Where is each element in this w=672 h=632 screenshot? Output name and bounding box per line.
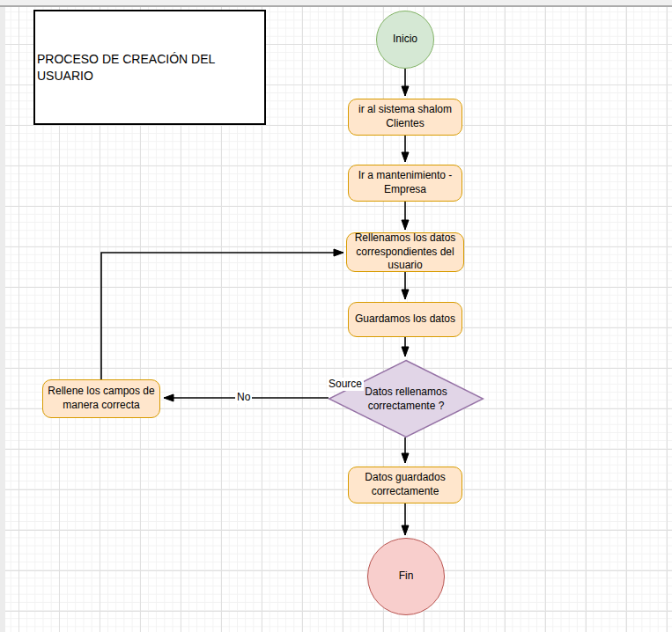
node-inicio[interactable]: Inicio — [376, 11, 434, 69]
node-fin-label: Fin — [399, 570, 414, 584]
edge-label-no[interactable]: No — [235, 391, 252, 404]
node-sistema-label: ir al sistema shalom Clientes — [351, 103, 460, 130]
edge-label-source[interactable]: Source — [327, 378, 364, 391]
diagram-canvas: PROCESO DE CREACIÓN DEL USUARIO Inicio i… — [0, 0, 672, 632]
node-rellenamos-label: Rellenamos los datos correspondientes de… — [349, 231, 462, 273]
edge-rellene-to-rellenamos[interactable] — [101, 253, 343, 379]
node-rellene-label: Rellene los campos de manera correcta — [45, 385, 158, 412]
node-rellene-campos[interactable]: Rellene los campos de manera correcta — [42, 379, 160, 418]
node-decision[interactable]: Datos rellenamos correctamente ? — [328, 359, 484, 438]
node-inicio-label: Inicio — [393, 33, 417, 47]
node-guardado-label: Datos guardados correctamente — [351, 471, 460, 498]
title-box[interactable]: PROCESO DE CREACIÓN DEL USUARIO — [33, 10, 266, 125]
node-sistema-shalom[interactable]: ir al sistema shalom Clientes — [348, 99, 462, 136]
node-datos-guardados[interactable]: Datos guardados correctamente — [348, 467, 462, 503]
node-guardamos-label: Guardamos los datos — [355, 312, 455, 327]
title-text: PROCESO DE CREACIÓN DEL USUARIO — [37, 51, 264, 83]
node-mantenimiento[interactable]: Ir a mantenimiento - Empresa — [348, 165, 462, 202]
canvas-left-edge — [0, 0, 5, 632]
canvas-top-edge — [0, 0, 672, 7]
node-guardamos-datos[interactable]: Guardamos los datos — [348, 302, 462, 337]
node-rellenamos-datos[interactable]: Rellenamos los datos correspondientes de… — [346, 232, 464, 272]
node-mantenimiento-label: Ir a mantenimiento - Empresa — [351, 169, 460, 196]
node-fin[interactable]: Fin — [367, 538, 445, 615]
node-decision-label: Datos rellenamos correctamente ? — [357, 385, 455, 413]
